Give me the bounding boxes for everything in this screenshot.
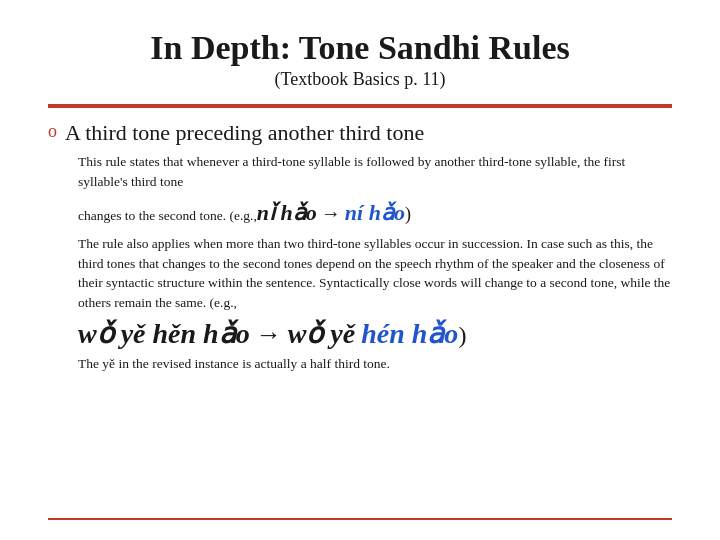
bottom-divider <box>48 518 672 520</box>
footer-note: The yě in the revised instance is actual… <box>78 356 672 372</box>
bullet-row: o A third tone preceding another third t… <box>48 120 672 146</box>
top-divider <box>48 104 672 108</box>
bullet-heading: A third tone preceding another third ton… <box>65 120 424 146</box>
slide: In Depth: Tone Sandhi Rules (Textbook Ba… <box>0 0 720 540</box>
subtitle: (Textbook Basics p. 11) <box>48 69 672 90</box>
title-block: In Depth: Tone Sandhi Rules (Textbook Ba… <box>48 28 672 90</box>
big-paren: ) <box>458 322 466 349</box>
big-pinyin-before: wǒ yě hěn hǎo <box>78 317 250 350</box>
big-pinyin-after-2: hén hǎo <box>361 317 458 350</box>
big-example-line: wǒ yě hěn hǎo → wǒ yě hén hǎo ) <box>78 317 672 350</box>
pinyin-after-1: ní hǎo <box>345 196 405 229</box>
bullet-letter: o <box>48 121 57 142</box>
big-pinyin-after-1: wǒ yě <box>288 317 356 350</box>
content-area: o A third tone preceding another third t… <box>48 120 672 518</box>
main-title: In Depth: Tone Sandhi Rules <box>48 28 672 67</box>
example-intro: changes to the second tone. (e.g., <box>78 206 257 226</box>
body-text-1: This rule states that whenever a third-t… <box>78 152 672 191</box>
example-line-1: changes to the second tone. (e.g., nǐ hǎ… <box>78 196 672 229</box>
example-paren-1: ) <box>405 201 411 228</box>
arrow-1: → <box>321 198 341 228</box>
body-text-2: The rule also applies when more than two… <box>78 234 672 312</box>
big-arrow: → <box>256 320 282 350</box>
indent-block-1: This rule states that whenever a third-t… <box>78 152 672 372</box>
pinyin-before-1: nǐ hǎo <box>257 196 317 229</box>
